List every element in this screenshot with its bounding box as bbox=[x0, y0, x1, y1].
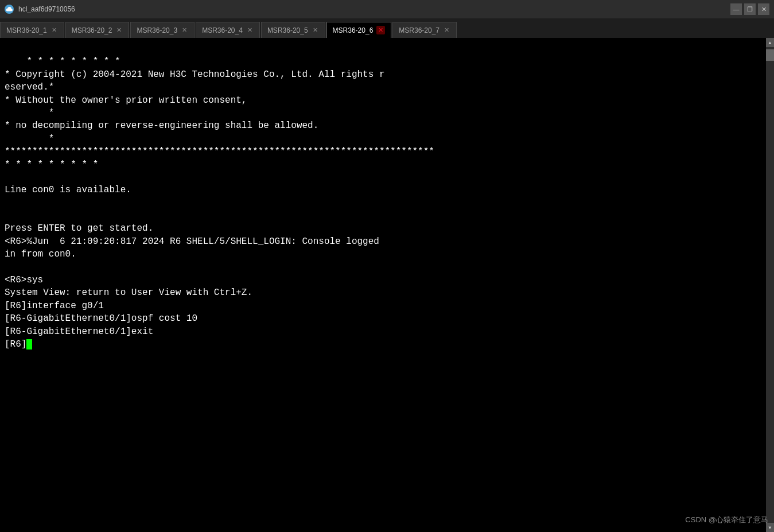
tab-close-icon[interactable]: ✕ bbox=[443, 26, 450, 34]
tab-MSR36-20_1[interactable]: MSR36-20_1✕ bbox=[0, 22, 64, 38]
tabs-bar: MSR36-20_1✕MSR36-20_2✕MSR36-20_3✕MSR36-2… bbox=[0, 18, 774, 38]
terminal-line: * Without the owner's prior written cons… bbox=[5, 95, 247, 106]
tab-label: MSR36-20_3 bbox=[137, 26, 177, 34]
watermark: CSDN @心猿牵住了意马 bbox=[685, 515, 768, 525]
terminal-line: * * * * * * * * * bbox=[5, 160, 98, 170]
scrollbar[interactable]: ▲ ▼ bbox=[766, 38, 774, 532]
tab-close-icon[interactable]: ✕ bbox=[181, 26, 188, 34]
terminal-line: [R6-GigabitEthernet0/1]ospf cost 10 bbox=[5, 313, 197, 324]
tab-close-icon[interactable]: ✕ bbox=[50, 26, 58, 34]
tab-label: MSR36-20_1 bbox=[6, 26, 47, 34]
scroll-up-button[interactable]: ▲ bbox=[766, 38, 774, 47]
terminal-line: ****************************************… bbox=[5, 146, 434, 157]
tab-MSR36-20_2[interactable]: MSR36-20_2✕ bbox=[65, 22, 130, 38]
tab-label: MSR36-20_2 bbox=[72, 26, 112, 34]
terminal-line: Line con0 is available. bbox=[5, 185, 131, 195]
tab-MSR36-20_5[interactable]: MSR36-20_5✕ bbox=[261, 22, 325, 38]
terminal-line: * bbox=[5, 134, 54, 144]
terminal-line: [R6]interface g0/1 bbox=[5, 301, 104, 311]
terminal-line: System View: return to User View with Ct… bbox=[5, 288, 252, 298]
terminal-output[interactable]: * * * * * * * * * * Copyright (c) 2004-2… bbox=[0, 38, 766, 532]
terminal-line: Press ENTER to get started. bbox=[5, 223, 153, 234]
terminal-line: eserved.* bbox=[5, 82, 54, 92]
window-title: hcl_aaf6d9710056 bbox=[18, 5, 75, 13]
terminal-line: [R6] bbox=[5, 339, 26, 350]
terminal-line: * * * * * * * * * bbox=[26, 56, 120, 67]
main-window: hcl_aaf6d9710056 — ❐ ✕ MSR36-20_1✕MSR36-… bbox=[0, 0, 774, 532]
tab-MSR36-20_3[interactable]: MSR36-20_3✕ bbox=[130, 22, 195, 38]
restore-button[interactable]: ❐ bbox=[744, 3, 756, 15]
tab-MSR36-20_7[interactable]: MSR36-20_7✕ bbox=[392, 22, 457, 38]
title-bar: hcl_aaf6d9710056 — ❐ ✕ bbox=[0, 0, 774, 18]
tab-MSR36-20_4[interactable]: MSR36-20_4✕ bbox=[196, 22, 260, 38]
minimize-button[interactable]: — bbox=[730, 3, 742, 15]
tab-label: MSR36-20_5 bbox=[267, 26, 308, 34]
tab-MSR36-20_6[interactable]: MSR36-20_6✕ bbox=[326, 22, 392, 38]
terminal-line: in from con0. bbox=[5, 249, 76, 259]
terminal-line: [R6-GigabitEthernet0/1]exit bbox=[5, 327, 153, 337]
close-button[interactable]: ✕ bbox=[758, 3, 769, 15]
tab-close-icon[interactable]: ✕ bbox=[376, 26, 385, 34]
tab-close-icon[interactable]: ✕ bbox=[312, 26, 319, 34]
terminal-line: * Copyright (c) 2004-2021 New H3C Techno… bbox=[5, 69, 385, 80]
title-bar-left: hcl_aaf6d9710056 bbox=[5, 5, 75, 14]
tab-close-icon[interactable]: ✕ bbox=[246, 26, 254, 34]
terminal-line: * no decompiling or reverse-engineering … bbox=[5, 121, 318, 131]
tab-label: MSR36-20_6 bbox=[333, 26, 374, 34]
terminal-cursor bbox=[26, 339, 32, 350]
tab-label: MSR36-20_4 bbox=[202, 26, 243, 34]
cloud-icon bbox=[5, 5, 14, 14]
tab-label: MSR36-20_7 bbox=[399, 26, 439, 34]
scroll-thumb[interactable] bbox=[766, 49, 774, 61]
terminal-line: <R6>%Jun 6 21:09:20:817 2024 R6 SHELL/5/… bbox=[5, 236, 379, 247]
window-controls: — ❐ ✕ bbox=[730, 3, 769, 15]
terminal-line: <R6>sys bbox=[5, 275, 43, 285]
terminal-line: * bbox=[5, 108, 54, 118]
tab-close-icon[interactable]: ✕ bbox=[115, 26, 123, 34]
content-area: * * * * * * * * * * Copyright (c) 2004-2… bbox=[0, 38, 774, 532]
